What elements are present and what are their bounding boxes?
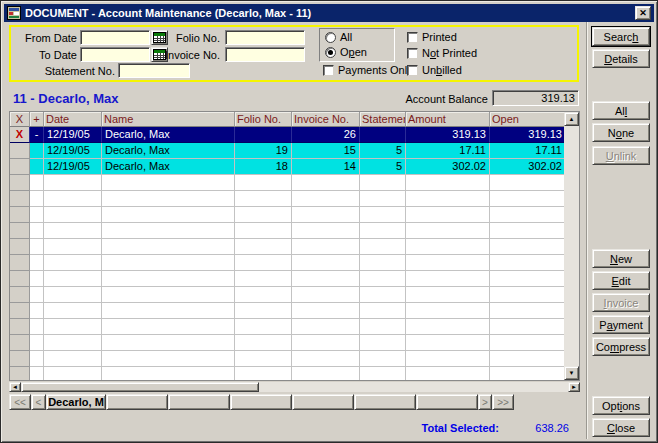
table-cell[interactable] <box>235 127 292 143</box>
table-cell[interactable]: 5 <box>360 143 406 159</box>
table-row[interactable] <box>10 287 579 303</box>
table-cell[interactable]: Decarlo, Max <box>102 159 235 175</box>
table-cell[interactable] <box>44 175 102 191</box>
tab-nav-prev[interactable]: < <box>31 394 46 410</box>
table-row[interactable] <box>10 223 579 239</box>
table-cell[interactable] <box>235 255 292 271</box>
table-cell[interactable] <box>235 303 292 319</box>
tab-empty[interactable] <box>168 394 230 410</box>
table-cell[interactable]: 5 <box>360 159 406 175</box>
table-cell[interactable] <box>235 351 292 367</box>
table-cell[interactable]: X <box>10 127 30 143</box>
all-button[interactable]: All <box>592 101 650 120</box>
folio-no-input[interactable] <box>225 30 305 45</box>
checkbox-not-printed[interactable]: Not Printed <box>407 47 477 59</box>
table-cell[interactable] <box>292 175 360 191</box>
grid-vertical-scrollbar[interactable]: ▲ ▼ <box>564 112 579 380</box>
table-cell[interactable] <box>292 191 360 207</box>
tab-nav-last[interactable]: >> <box>492 394 514 410</box>
new-button[interactable]: New <box>592 249 650 268</box>
table-cell[interactable] <box>235 335 292 351</box>
table-cell[interactable] <box>292 239 360 255</box>
table-row[interactable] <box>10 351 579 367</box>
checkbox-printed-icon[interactable] <box>407 32 418 43</box>
table-cell[interactable] <box>360 239 406 255</box>
radio-open-icon[interactable] <box>325 47 336 58</box>
table-cell[interactable] <box>406 319 490 335</box>
table-cell[interactable] <box>292 271 360 287</box>
table-cell[interactable] <box>360 367 406 381</box>
column-header-invoice-no-[interactable]: Invoice No. <box>292 112 360 127</box>
table-cell[interactable] <box>360 335 406 351</box>
table-cell[interactable] <box>292 351 360 367</box>
table-cell[interactable] <box>30 255 44 271</box>
options-button[interactable]: Options <box>592 396 650 415</box>
table-row[interactable] <box>10 191 579 207</box>
table-cell[interactable] <box>360 175 406 191</box>
checkbox-payments-only-icon[interactable] <box>323 65 334 76</box>
none-button[interactable]: None <box>592 123 650 142</box>
table-cell[interactable] <box>406 223 490 239</box>
table-row[interactable]: X-12/19/05Decarlo, Max26319.13319.13 <box>10 127 579 143</box>
table-row[interactable] <box>10 367 579 381</box>
table-cell[interactable] <box>30 159 44 175</box>
table-cell[interactable] <box>102 175 235 191</box>
table-cell[interactable] <box>102 223 235 239</box>
table-cell[interactable] <box>44 319 102 335</box>
table-row[interactable] <box>10 175 579 191</box>
radio-open[interactable]: Open <box>325 46 367 58</box>
table-cell[interactable] <box>10 175 30 191</box>
table-cell[interactable] <box>406 175 490 191</box>
table-cell[interactable] <box>292 255 360 271</box>
table-cell[interactable]: 12/19/05 <box>44 143 102 159</box>
table-cell[interactable] <box>102 239 235 255</box>
scroll-left-icon[interactable]: ◄ <box>9 382 21 392</box>
checkbox-payments-only[interactable]: Payments Only <box>323 64 413 76</box>
table-cell[interactable]: 17.11 <box>406 143 490 159</box>
table-cell[interactable]: 17.11 <box>490 143 566 159</box>
table-cell[interactable] <box>102 351 235 367</box>
table-cell[interactable] <box>490 319 566 335</box>
table-cell[interactable] <box>30 287 44 303</box>
search-button[interactable]: Search <box>592 27 650 46</box>
table-cell[interactable] <box>235 319 292 335</box>
table-cell[interactable] <box>235 207 292 223</box>
table-cell[interactable] <box>292 303 360 319</box>
table-cell[interactable] <box>102 319 235 335</box>
statement-no-input[interactable] <box>118 63 190 78</box>
table-cell[interactable] <box>44 239 102 255</box>
table-row[interactable] <box>10 319 579 335</box>
tab-empty[interactable] <box>106 394 168 410</box>
table-cell[interactable] <box>360 127 406 143</box>
checkbox-unbilled-icon[interactable] <box>407 65 418 76</box>
table-cell[interactable]: 18 <box>235 159 292 175</box>
payment-button[interactable]: Payment <box>592 315 650 334</box>
table-row[interactable]: 12/19/05Decarlo, Max18145302.02302.02 <box>10 159 579 175</box>
table-cell[interactable] <box>406 287 490 303</box>
table-cell[interactable] <box>10 159 30 175</box>
table-cell[interactable] <box>292 367 360 381</box>
table-cell[interactable] <box>30 175 44 191</box>
table-cell[interactable] <box>235 223 292 239</box>
table-cell[interactable] <box>30 367 44 381</box>
table-cell[interactable] <box>490 271 566 287</box>
table-cell[interactable] <box>102 367 235 381</box>
table-cell[interactable] <box>360 223 406 239</box>
table-cell[interactable]: 12/19/05 <box>44 159 102 175</box>
table-cell[interactable]: 302.02 <box>490 159 566 175</box>
tab-empty[interactable] <box>354 394 416 410</box>
column-header-x[interactable]: X <box>10 112 30 127</box>
tab-empty[interactable] <box>230 394 292 410</box>
table-cell[interactable] <box>10 223 30 239</box>
horizontal-scrollbar-thumb[interactable] <box>21 382 259 392</box>
table-cell[interactable] <box>235 271 292 287</box>
column-header-name[interactable]: Name <box>102 112 235 127</box>
table-row[interactable] <box>10 303 579 319</box>
table-row[interactable] <box>10 271 579 287</box>
table-cell[interactable] <box>490 255 566 271</box>
table-cell[interactable]: 19 <box>235 143 292 159</box>
table-cell[interactable] <box>30 271 44 287</box>
table-cell[interactable] <box>10 287 30 303</box>
table-row[interactable] <box>10 255 579 271</box>
table-cell[interactable] <box>10 207 30 223</box>
